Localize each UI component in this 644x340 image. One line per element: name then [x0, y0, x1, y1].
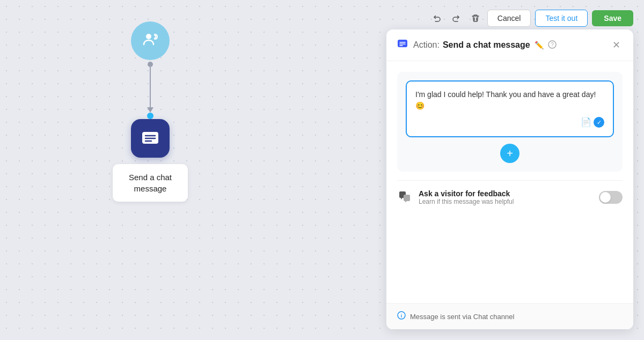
- redo-button[interactable]: [449, 12, 464, 25]
- panel-header: Action: Send a chat message ✏️ ? ✕: [386, 29, 633, 61]
- feedback-subtitle: Learn if this message was helpful: [419, 198, 592, 205]
- feedback-toggle[interactable]: [599, 191, 623, 204]
- trigger-node[interactable]: [131, 21, 170, 60]
- panel-header-icon: [397, 39, 408, 52]
- feedback-text: Ask a visitor for feedback Learn if this…: [419, 189, 592, 205]
- help-button[interactable]: ?: [548, 40, 557, 50]
- close-panel-button[interactable]: ✕: [610, 38, 623, 52]
- undo-button[interactable]: [429, 12, 444, 25]
- message-area: I'm glad I could help! Thank you and hav…: [397, 72, 623, 172]
- save-button[interactable]: Save: [592, 10, 633, 26]
- action-prefix: Action:: [413, 40, 440, 50]
- svg-text:?: ?: [551, 42, 554, 48]
- svg-rect-8: [398, 40, 407, 47]
- test-button[interactable]: Test it out: [535, 10, 588, 27]
- info-icon: i: [397, 311, 406, 322]
- toolbar: Cancel Test it out Save: [429, 10, 633, 27]
- action-icon-box: [131, 119, 170, 158]
- feedback-title: Ask a visitor for feedback: [419, 189, 592, 198]
- message-bubble[interactable]: I'm glad I could help! Thank you and hav…: [406, 80, 614, 137]
- action-node[interactable]: Send a chat message: [113, 119, 188, 202]
- action-label: Send a chat message: [113, 164, 188, 202]
- svg-marker-2: [147, 107, 153, 113]
- svg-point-0: [146, 34, 151, 39]
- message-bubble-footer: 📄 ✓: [415, 116, 604, 129]
- feedback-section: Ask a visitor for feedback Learn if this…: [397, 180, 623, 214]
- panel-body: I'm glad I could help! Thank you and hav…: [386, 61, 633, 303]
- svg-point-1: [148, 62, 153, 67]
- svg-text:i: i: [401, 313, 402, 319]
- message-check-icon: ✓: [594, 117, 604, 128]
- panel-title: Action: Send a chat message ✏️ ?: [413, 40, 605, 50]
- add-message-button[interactable]: +: [500, 144, 519, 163]
- svg-point-3: [147, 113, 153, 119]
- message-text: I'm glad I could help! Thank you and hav…: [415, 90, 596, 110]
- info-text: Message is sent via Chat channel: [410, 313, 514, 321]
- canvas: Send a chat message Action:: [0, 0, 644, 340]
- info-footer: i Message is sent via Chat channel: [386, 303, 633, 329]
- edit-title-button[interactable]: ✏️: [533, 40, 545, 50]
- main-container: Cancel Test it out Save: [0, 0, 644, 340]
- delete-button[interactable]: [468, 12, 483, 25]
- message-doc-icon: 📄: [581, 116, 591, 129]
- cancel-button[interactable]: Cancel: [487, 10, 531, 27]
- flow-area: Send a chat message: [113, 21, 188, 202]
- trigger-icon: [142, 31, 159, 51]
- action-name: Send a chat message: [443, 40, 530, 50]
- right-panel: Action: Send a chat message ✏️ ? ✕: [386, 29, 633, 329]
- feedback-icon: [397, 189, 412, 205]
